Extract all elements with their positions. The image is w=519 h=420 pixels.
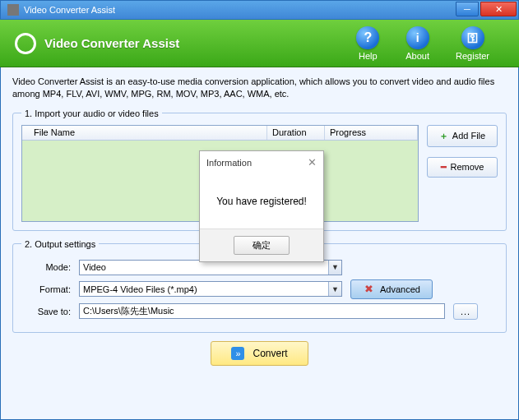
remove-button[interactable]: ━ Remove — [427, 157, 498, 178]
register-label: Register — [456, 51, 489, 61]
info-dialog: Information ✕ You have registered! 确定 — [199, 150, 324, 262]
help-button[interactable]: ? Help — [356, 26, 379, 61]
convert-label: Convert — [253, 348, 287, 359]
advanced-label: Advanced — [380, 284, 420, 294]
register-button[interactable]: ⚿ Register — [456, 26, 489, 61]
description-text: Video Converter Assist is an easy-to-use… — [12, 72, 507, 105]
help-label: Help — [359, 51, 378, 61]
minimize-button[interactable]: ─ — [456, 2, 479, 16]
mode-label: Mode: — [21, 262, 71, 272]
close-button[interactable]: ✕ — [480, 2, 517, 16]
col-duration[interactable]: Duration — [267, 126, 325, 140]
header-toolbar: ? Help i About ⚿ Register — [356, 26, 489, 61]
format-value: MPEG-4 Video Files (*.mp4) — [83, 284, 197, 294]
browse-button[interactable]: ... — [453, 303, 478, 320]
add-file-button[interactable]: ＋ Add File — [427, 125, 498, 147]
app-icon — [7, 4, 19, 16]
dialog-close-button[interactable]: ✕ — [308, 156, 317, 168]
dialog-titlebar: Information ✕ — [200, 151, 323, 173]
window-title: Video Converter Assist — [24, 5, 115, 15]
advanced-button[interactable]: ✖ Advanced — [350, 279, 433, 299]
play-icon: » — [231, 347, 244, 360]
table-header: File Name Duration Progress — [22, 126, 418, 141]
dialog-title: Information — [206, 158, 252, 168]
dialog-footer: 确定 — [200, 228, 323, 261]
chevron-down-icon: ▼ — [328, 261, 341, 275]
save-path-value: C:\Users\陈先生\Music — [83, 305, 174, 317]
app-title: Video Converter Assist — [44, 36, 179, 50]
mode-value: Video — [83, 262, 106, 272]
about-button[interactable]: i About — [405, 26, 429, 61]
minus-icon: ━ — [441, 162, 447, 173]
dialog-ok-button[interactable]: 确定 — [234, 236, 290, 255]
remove-label: Remove — [451, 162, 484, 172]
format-select[interactable]: MPEG-4 Video Files (*.mp4) ▼ — [79, 281, 342, 297]
dialog-body: You have registered! — [200, 173, 323, 228]
import-legend: 1. Import your audio or video files — [21, 108, 162, 118]
plus-icon: ＋ — [439, 130, 448, 142]
add-file-label: Add File — [452, 131, 485, 141]
wrench-icon: ✖ — [363, 284, 374, 295]
app-header: Video Converter Assist ? Help i About ⚿ … — [0, 20, 519, 67]
col-progress[interactable]: Progress — [325, 126, 418, 140]
convert-button[interactable]: » Convert — [211, 341, 308, 366]
info-icon: i — [406, 26, 429, 49]
chevron-down-icon: ▼ — [328, 282, 341, 296]
titlebar: Video Converter Assist ─ ✕ — [0, 0, 519, 20]
dialog-ok-label: 确定 — [253, 240, 271, 250]
key-icon: ⚿ — [461, 26, 484, 49]
col-filename[interactable]: File Name — [29, 126, 267, 140]
output-legend: 2. Output settings — [21, 239, 99, 249]
save-path-input[interactable]: C:\Users\陈先生\Music — [79, 303, 445, 319]
browse-label: ... — [461, 307, 470, 316]
help-icon: ? — [356, 26, 379, 49]
format-label: Format: — [21, 284, 71, 294]
gear-icon — [15, 33, 36, 54]
about-label: About — [405, 51, 429, 61]
save-to-label: Save to: — [21, 307, 71, 316]
window-buttons: ─ ✕ — [456, 2, 518, 18]
